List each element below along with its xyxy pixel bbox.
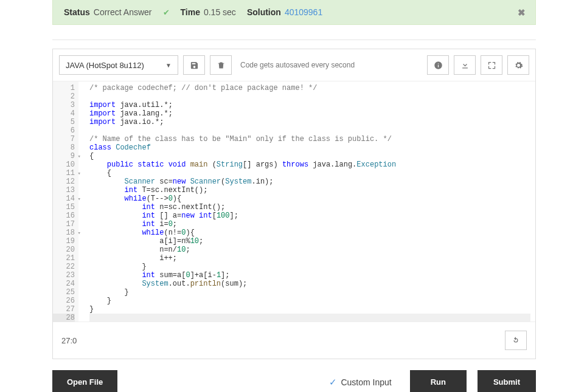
code-content[interactable]: /* package codechef; // don't place pack… [78,81,535,322]
save-button[interactable] [183,55,205,75]
run-button[interactable]: Run [410,370,467,392]
custom-input-label: Custom Input [341,377,391,387]
delete-button[interactable] [210,55,232,75]
status-label: Status [64,7,90,17]
divider [52,40,536,40]
code-editor[interactable]: 1234567891011121314151617181920212223242… [53,81,535,322]
check-icon: ✔ [163,8,170,17]
fullscreen-button[interactable] [481,55,502,75]
trash-icon [217,61,226,70]
chevron-down-icon: ▼ [165,62,172,69]
refresh-icon [512,336,520,345]
open-file-button[interactable]: Open File [52,370,117,392]
status-bar: Status Correct Answer ✔ Time 0.15 sec So… [52,0,536,25]
save-icon [190,61,199,70]
close-icon[interactable]: ✖ [518,7,526,18]
custom-input-toggle[interactable]: ✓ Custom Input [329,377,391,388]
time-label: Time [181,7,200,17]
info-icon [434,61,443,70]
status-value: Correct Answer [94,7,152,17]
solution-label: Solution [247,7,281,17]
gear-icon [514,61,523,70]
info-button[interactable] [427,55,449,75]
toolbar: JAVA (HotSpot 8u112) ▼ Code gets autosav… [53,49,535,81]
editor-status: 27:0 [53,322,535,359]
action-row: Open File ✓ Custom Input Run Submit [52,370,536,392]
autosave-text: Code gets autosaved every second [240,61,355,69]
language-select[interactable]: JAVA (HotSpot 8u112) ▼ [59,55,178,75]
time-value: 0.15 sec [204,7,236,17]
checkbox-icon: ✓ [329,377,337,388]
cursor-position: 27:0 [61,336,77,345]
solution-link[interactable]: 40109961 [285,7,322,17]
download-icon [460,61,470,70]
download-button[interactable] [454,55,476,75]
settings-button[interactable] [507,55,529,75]
expand-icon [487,61,496,70]
editor-box: JAVA (HotSpot 8u112) ▼ Code gets autosav… [52,49,536,359]
line-gutter: 1234567891011121314151617181920212223242… [53,81,78,322]
refresh-button[interactable] [505,331,527,350]
submit-button[interactable]: Submit [478,370,536,392]
language-value: JAVA (HotSpot 8u112) [66,61,144,70]
